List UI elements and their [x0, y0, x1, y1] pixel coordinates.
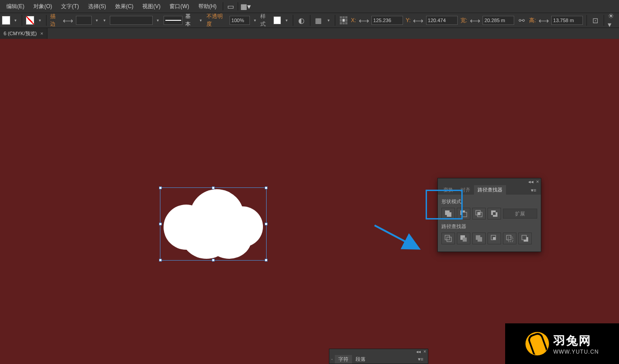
- selection-bounding-box[interactable]: [160, 187, 267, 261]
- character-panel: ◂◂ × ◦ 字符 段落 ▾≡: [329, 349, 428, 364]
- brush-preview[interactable]: [164, 16, 183, 25]
- shape-modes-label: 形状模式: [441, 198, 537, 205]
- menu-object[interactable]: 对象(O): [29, 1, 56, 12]
- style-swatch[interactable]: [273, 16, 281, 24]
- style-label: 样式: [260, 13, 271, 28]
- trim-button[interactable]: [457, 233, 470, 244]
- svg-rect-13: [493, 212, 496, 215]
- x-stepper[interactable]: ⟷: [359, 15, 369, 25]
- outline-button[interactable]: [503, 233, 516, 244]
- svg-rect-15: [447, 237, 451, 242]
- resize-handle[interactable]: [159, 223, 162, 225]
- isolate-icon[interactable]: ⊡: [591, 15, 600, 25]
- document-tab-bar: 6 (CMYK/预览) ×: [0, 28, 619, 39]
- menu-bar: 编辑(E) 对象(O) 文字(T) 选择(S) 效果(C) 视图(V) 窗口(W…: [0, 0, 619, 13]
- more-icon[interactable]: ☀▾: [608, 15, 617, 25]
- stroke-style-preview[interactable]: [110, 16, 153, 25]
- panel-menu-icon[interactable]: ▾≡: [416, 355, 425, 364]
- menu-help[interactable]: 帮助(H): [194, 1, 221, 12]
- divide-button[interactable]: [441, 233, 455, 244]
- arrange-icon[interactable]: ▦▾: [240, 2, 251, 11]
- svg-rect-10: [478, 212, 480, 215]
- options-bar: ▾ ▾ 描边 ⟷ ▾ ▾ ▾ 基本 ▾ 不透明度 ▾ 样式 ▾ ◐ ▦ ▾ X:…: [0, 13, 619, 28]
- resize-handle[interactable]: [159, 259, 162, 261]
- watermark: 羽兔网 WWW.YUTU.CN: [505, 323, 619, 364]
- exclude-button[interactable]: [488, 208, 501, 219]
- menu-view[interactable]: 视图(V): [138, 1, 165, 12]
- panel-tabs: 变换 对齐 路径查找器 ▾≡: [438, 185, 541, 195]
- svg-rect-7: [462, 212, 467, 217]
- stroke-swatch-none[interactable]: [26, 16, 34, 25]
- menu-select[interactable]: 选择(S): [84, 1, 111, 12]
- fill-dropdown[interactable]: ▾: [13, 16, 18, 25]
- panel-titlebar[interactable]: ◂◂ ×: [438, 178, 541, 185]
- svg-rect-17: [463, 238, 467, 242]
- close-panel-icon[interactable]: ×: [423, 349, 426, 355]
- w-label: 宽:: [460, 17, 467, 24]
- opacity-dropdown[interactable]: ▾: [253, 16, 258, 25]
- link-wh-icon[interactable]: ⚯: [517, 15, 526, 25]
- annotation-arrow-2: [372, 223, 422, 252]
- menu-edit[interactable]: 编辑(E): [2, 1, 29, 12]
- w-input[interactable]: [483, 16, 514, 25]
- y-input[interactable]: [426, 16, 458, 25]
- w-stepper[interactable]: ⟷: [470, 15, 480, 25]
- watermark-logo-icon: [525, 332, 549, 355]
- recolor-icon[interactable]: ◐: [297, 15, 306, 25]
- collapse-icon[interactable]: ◂◂: [416, 349, 421, 355]
- svg-rect-23: [508, 237, 513, 242]
- tab-transform[interactable]: 变换: [440, 185, 457, 195]
- svg-rect-21: [493, 237, 496, 240]
- svg-rect-14: [445, 235, 450, 240]
- char-panel-titlebar[interactable]: ◂◂ ×: [329, 349, 428, 355]
- y-stepper[interactable]: ⟷: [413, 15, 423, 25]
- resize-handle[interactable]: [265, 187, 267, 189]
- watermark-url: WWW.YUTU.CN: [553, 349, 599, 355]
- menu-effect[interactable]: 效果(C): [111, 1, 138, 12]
- close-tab-icon[interactable]: ×: [40, 31, 43, 36]
- unite-button[interactable]: [441, 208, 455, 219]
- resize-handle[interactable]: [265, 259, 267, 261]
- stroke-weight-dropdown[interactable]: ▾: [94, 16, 99, 25]
- intersect-button[interactable]: [472, 208, 486, 219]
- opacity-input[interactable]: [230, 16, 250, 25]
- menu-text[interactable]: 文字(T): [56, 1, 83, 12]
- x-input[interactable]: [371, 16, 403, 25]
- h-label: 高:: [529, 17, 536, 24]
- document-icon[interactable]: ▭: [225, 2, 236, 11]
- style-dropdown[interactable]: ▾: [284, 16, 289, 25]
- fill-swatch[interactable]: [2, 16, 10, 25]
- document-tab[interactable]: 6 (CMYK/预览) ×: [0, 28, 47, 39]
- svg-rect-19: [478, 237, 482, 242]
- stroke-style-dropdown[interactable]: ▾: [155, 16, 160, 25]
- h-stepper[interactable]: ⟷: [539, 15, 549, 25]
- resize-handle[interactable]: [265, 223, 267, 225]
- reference-point-grid[interactable]: [339, 15, 348, 25]
- resize-handle[interactable]: [212, 259, 215, 261]
- stroke-dropdown[interactable]: ▾: [37, 16, 42, 25]
- stroke-panel-dropdown[interactable]: ▾: [102, 16, 107, 25]
- merge-button[interactable]: [472, 233, 486, 244]
- stroke-weight-stepper[interactable]: ⟷: [63, 15, 73, 25]
- crop-button[interactable]: [488, 233, 501, 244]
- tab-paragraph[interactable]: 段落: [352, 355, 369, 364]
- close-panel-icon[interactable]: ×: [536, 179, 539, 184]
- h-input[interactable]: [551, 16, 583, 25]
- resize-handle[interactable]: [159, 187, 162, 189]
- stroke-weight-input[interactable]: [76, 16, 92, 25]
- collapse-icon[interactable]: ◂◂: [528, 179, 534, 185]
- svg-line-3: [375, 225, 417, 248]
- tab-character[interactable]: 字符: [335, 355, 352, 364]
- resize-handle[interactable]: [212, 187, 215, 189]
- minus-front-button[interactable]: [457, 208, 470, 219]
- minus-back-button[interactable]: [518, 233, 532, 244]
- menu-window[interactable]: 窗口(W): [165, 1, 193, 12]
- align-icon[interactable]: ▦: [314, 15, 324, 25]
- svg-rect-25: [522, 235, 526, 240]
- expand-button[interactable]: 扩展: [503, 209, 537, 219]
- brush-dropdown[interactable]: ▾: [198, 16, 203, 25]
- opacity-label: 不透明度: [206, 13, 227, 28]
- tab-pathfinder[interactable]: 路径查找器: [474, 185, 506, 195]
- panel-menu-icon[interactable]: ▾≡: [529, 186, 538, 195]
- tab-align[interactable]: 对齐: [457, 185, 474, 195]
